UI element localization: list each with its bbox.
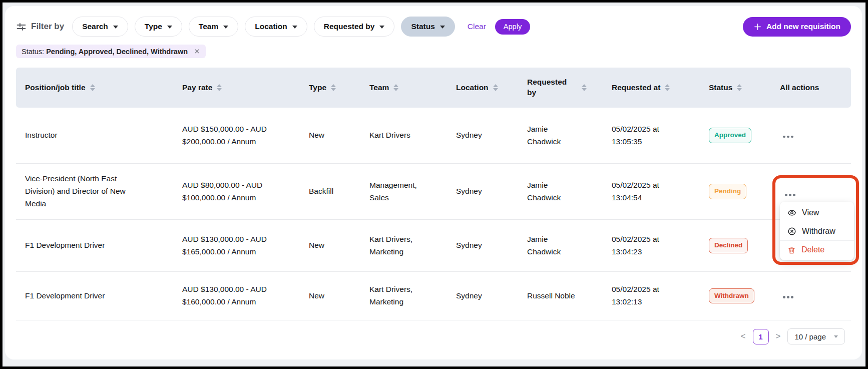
cell-pay-rate: AUD $80,000.00 - AUD $100,000.00 / Annum <box>182 179 309 204</box>
filter-by-text: Filter by <box>31 22 64 32</box>
table-row: Vice-President (North East Division) and… <box>16 164 851 220</box>
cell-location: Sydney <box>456 129 527 142</box>
filter-by-label: Filter by <box>16 22 64 32</box>
status-badge: Withdrawn <box>709 288 754 304</box>
chevron-down-icon <box>113 26 118 29</box>
sort-icon[interactable] <box>331 84 336 91</box>
chevron-down-icon <box>167 26 172 29</box>
cell-requested-by: Russell Noble <box>527 289 612 302</box>
trash-icon <box>787 246 796 254</box>
column-header-requested-at[interactable]: Requested at <box>612 83 709 93</box>
page-size-value: 10 / page <box>794 332 826 341</box>
page-size-select[interactable]: 10 / page <box>787 328 845 344</box>
filter-dropdown-team[interactable]: Team <box>189 17 238 37</box>
cell-type: New <box>309 290 369 302</box>
column-header-pay-rate[interactable]: Pay rate <box>182 83 309 93</box>
cell-actions <box>780 290 851 302</box>
page-number-button[interactable]: 1 <box>753 329 769 344</box>
table-row: F1 Development Driver AUD $130,000.00 - … <box>16 272 851 320</box>
cell-status: Approved <box>709 128 780 143</box>
active-filters-row: Status: Pending, Approved, Declined, Wit… <box>16 45 851 58</box>
cell-position: Instructor <box>16 129 182 142</box>
requisitions-panel: Filter by Search Type Team Location Requ… <box>5 6 862 359</box>
cell-requested-at: 05/02/2025 at 13:04:23 <box>612 233 709 258</box>
sort-icon[interactable] <box>582 84 587 91</box>
menu-item-delete[interactable]: Delete <box>780 240 854 259</box>
circle-x-icon <box>787 227 796 236</box>
plus-icon <box>753 23 762 31</box>
filter-dropdown-requested-by[interactable]: Requested by <box>314 17 395 37</box>
eye-icon <box>787 208 796 217</box>
column-header-position[interactable]: Position/job title <box>16 83 182 93</box>
menu-item-view[interactable]: View <box>780 203 854 222</box>
next-page-button[interactable]: > <box>774 331 783 341</box>
row-actions-button-active[interactable] <box>782 190 798 200</box>
clear-filters-link[interactable]: Clear <box>468 22 486 31</box>
cell-position: F1 Development Driver <box>16 289 182 302</box>
cell-type: New <box>309 129 369 142</box>
row-actions-button[interactable] <box>780 292 796 302</box>
column-header-location[interactable]: Location <box>456 83 527 93</box>
column-header-type[interactable]: Type <box>309 83 369 93</box>
table-body: Instructor AUD $150,000.00 - AUD $200,00… <box>16 108 851 320</box>
filter-dropdown-status[interactable]: Status <box>401 17 455 37</box>
status-filter-tag: Status: Pending, Approved, Declined, Wit… <box>16 45 206 58</box>
menu-item-label: View <box>802 208 819 217</box>
apply-filters-button[interactable]: Apply <box>495 19 530 35</box>
column-header-all-actions: All actions <box>780 83 851 93</box>
cell-team: Kart Drivers, Marketing <box>369 283 456 308</box>
previous-page-button[interactable]: < <box>739 331 748 341</box>
filter-label: Location <box>255 22 287 31</box>
sliders-icon <box>16 22 27 32</box>
column-header-requested-by[interactable]: Requested by <box>527 77 612 98</box>
row-actions-button[interactable] <box>780 132 796 142</box>
menu-item-label: Delete <box>801 245 824 254</box>
filter-label: Status <box>411 22 435 31</box>
cell-status: Withdrawn <box>709 288 780 304</box>
status-badge: Approved <box>709 128 751 143</box>
cell-status: Declined <box>709 238 780 253</box>
sort-icon[interactable] <box>393 84 398 91</box>
filter-dropdown-location[interactable]: Location <box>245 17 307 37</box>
column-header-team[interactable]: Team <box>369 83 456 93</box>
cell-pay-rate: AUD $130,000.00 - AUD $160,000.00 / Annu… <box>182 283 309 308</box>
app-window: Filter by Search Type Team Location Requ… <box>0 0 868 369</box>
chevron-down-icon <box>292 26 297 29</box>
filter-label: Team <box>199 22 218 31</box>
cell-type: New <box>309 239 369 252</box>
close-icon[interactable] <box>194 48 200 55</box>
sort-icon[interactable] <box>737 84 742 91</box>
filter-label: Type <box>145 22 162 31</box>
table-header-row: Position/job title Pay rate Type Team Lo… <box>16 68 851 108</box>
chevron-down-icon <box>223 26 228 29</box>
cell-requested-at: 05/02/2025 at 13:04:54 <box>612 179 709 204</box>
sort-icon[interactable] <box>217 84 222 91</box>
chevron-down-icon <box>834 335 838 338</box>
sort-icon[interactable] <box>665 84 670 91</box>
cell-type: Backfill <box>309 185 369 198</box>
filter-dropdown-search[interactable]: Search <box>72 17 128 37</box>
sort-icon[interactable] <box>493 84 498 91</box>
cell-actions <box>780 129 851 142</box>
table-row: Instructor AUD $150,000.00 - AUD $200,00… <box>16 108 851 164</box>
column-header-status[interactable]: Status <box>709 83 780 93</box>
status-badge: Declined <box>709 238 748 253</box>
cell-location: Sydney <box>456 290 527 302</box>
cell-status: Pending <box>709 184 780 199</box>
filter-dropdown-type[interactable]: Type <box>135 17 182 37</box>
menu-item-label: Withdraw <box>802 227 835 236</box>
cell-location: Sydney <box>456 185 527 198</box>
sort-icon[interactable] <box>90 84 95 91</box>
filter-label: Requested by <box>324 22 375 31</box>
tag-values: Pending, Approved, Declined, Withdrawn <box>46 48 188 56</box>
add-new-requisition-button[interactable]: Add new requisition <box>743 17 851 37</box>
chevron-down-icon <box>440 26 445 29</box>
actions-context-menu: View Withdraw Delete <box>780 202 854 260</box>
cell-requested-by: Jamie Chadwick <box>527 179 612 204</box>
cell-requested-at: 05/02/2025 at 13:05:35 <box>612 123 709 148</box>
tag-prefix: Status: <box>22 48 44 56</box>
pagination: < 1 > 10 / page <box>16 328 851 344</box>
filter-bar: Filter by Search Type Team Location Requ… <box>16 17 851 37</box>
cell-pay-rate: AUD $150,000.00 - AUD $200,000.00 / Annu… <box>182 123 309 148</box>
menu-item-withdraw[interactable]: Withdraw <box>780 222 854 240</box>
